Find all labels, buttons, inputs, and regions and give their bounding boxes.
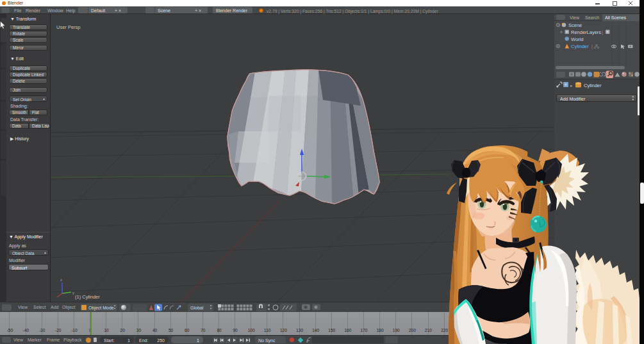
svg-text:User Persp: User Persp <box>56 24 81 30</box>
svg-text:y: y <box>72 291 74 295</box>
svg-text:Cylinder: Cylinder <box>571 44 589 49</box>
svg-text:z: z <box>60 278 62 282</box>
svg-text:RenderLayers: RenderLayers <box>571 29 601 35</box>
svg-text:|: | <box>591 44 593 49</box>
svg-text:|: | <box>602 29 603 35</box>
svg-text:World: World <box>571 37 583 42</box>
svg-text:Cylinder: Cylinder <box>584 83 602 88</box>
svg-text:Scene: Scene <box>568 22 582 28</box>
svg-text:(1) Cylinder: (1) Cylinder <box>75 294 100 300</box>
svg-text:▸: ▸ <box>570 83 573 88</box>
